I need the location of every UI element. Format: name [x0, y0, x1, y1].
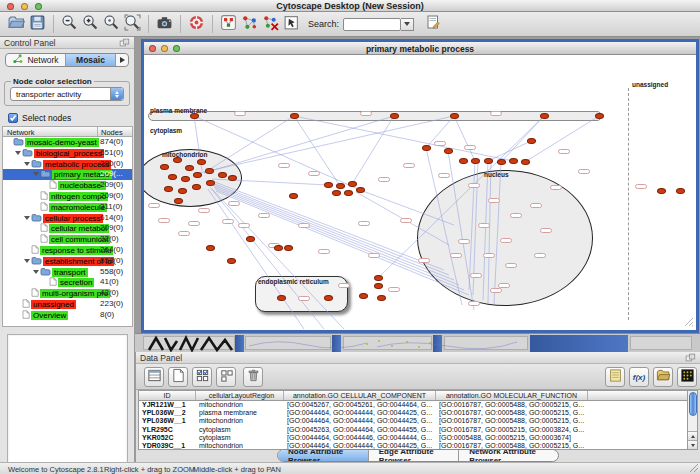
new-attribute-button[interactable]	[168, 367, 188, 387]
network-node[interactable]	[374, 283, 383, 289]
save-button[interactable]	[27, 14, 48, 35]
network-node[interactable]	[676, 188, 685, 194]
network-node[interactable]	[192, 184, 201, 190]
create-view-button[interactable]	[239, 14, 260, 35]
data-panel-header[interactable]: Data Panel	[136, 352, 700, 364]
network-node[interactable]	[497, 159, 506, 165]
column-header[interactable]: ID	[139, 391, 196, 400]
network-view-titlebar[interactable]: primary metabolic process	[144, 42, 696, 55]
network-node[interactable]	[228, 175, 237, 181]
tree-item-mosaic-demo-yeast[interactable]: mosaic-demo-yeast874(0)	[3, 137, 132, 148]
network-node[interactable]	[277, 295, 286, 301]
network-node[interactable]	[484, 158, 493, 164]
tree-item-nitrogen-compo[interactable]: nitrogen compo209(0)	[3, 191, 132, 202]
tab-edge-attribute-browser[interactable]: Edge Attribute Browser	[369, 450, 459, 461]
destroy-view-button[interactable]	[260, 14, 281, 35]
table-row[interactable]: YJR121W__1mitochondrion[GO:0045267, GO:0…	[139, 401, 688, 409]
search-config-button[interactable]	[422, 14, 443, 35]
snapshot-button[interactable]	[154, 14, 175, 35]
tree-item-unassigned[interactable]: unassigned223(0)	[3, 299, 132, 310]
tree-item-cell-communicat[interactable]: cell communicat22(0)	[3, 234, 132, 245]
table-row[interactable]: YPL036W__1mitochondrion[GO:0044464, GO:0…	[139, 417, 688, 425]
background-windows-strip[interactable]	[135, 333, 700, 352]
tab-network[interactable]: Network	[6, 54, 66, 66]
network-node[interactable]	[521, 159, 530, 165]
window-resize-grip[interactable]	[689, 463, 699, 473]
network-node[interactable]	[193, 172, 202, 178]
tree-item-macromolecule[interactable]: macromolecule311(0)	[3, 202, 132, 213]
attribute-table[interactable]: ID_cellularLayoutRegionannotation.GO CEL…	[138, 390, 689, 450]
search-input[interactable]	[343, 18, 401, 31]
tree-item-cellular-metabol[interactable]: cellular metabol209(0)	[3, 223, 132, 234]
expand-arrow-icon[interactable]	[24, 216, 30, 220]
network-node[interactable]	[178, 188, 187, 194]
network-node[interactable]	[540, 113, 549, 119]
network-node[interactable]	[218, 172, 227, 178]
tab-network-attribute-browser[interactable]: Network Attribute Browser	[459, 450, 558, 461]
table-scrollbar[interactable]	[687, 390, 698, 450]
network-node[interactable]	[227, 258, 236, 264]
column-header[interactable]: _cellularLayoutRegion	[196, 391, 284, 400]
annotation-button[interactable]	[281, 14, 302, 35]
birds-eye-view-panel[interactable]	[7, 334, 128, 464]
heatmap-button[interactable]	[677, 367, 697, 387]
tree-item-biological-process[interactable]: biological_process651(0)	[3, 148, 132, 159]
network-node[interactable]	[422, 145, 431, 151]
column-header[interactable]: annotation.GO CELLULAR_COMPONENT	[284, 391, 436, 400]
tab-node-attribute-browser[interactable]: Node Attribute Browser	[278, 450, 369, 461]
scroll-down-button[interactable]	[688, 440, 697, 449]
network-node[interactable]	[206, 245, 215, 251]
table-header-row[interactable]: ID_cellularLayoutRegionannotation.GO CEL…	[139, 391, 688, 401]
network-node[interactable]	[459, 158, 468, 164]
tree-item-primary-metabo[interactable]: primary metabo209(...	[3, 169, 132, 180]
scroll-up-button[interactable]	[688, 431, 697, 440]
network-node[interactable]	[450, 113, 459, 119]
unselect-attributes-button[interactable]	[216, 367, 236, 387]
attribute-columns-button[interactable]	[144, 367, 164, 387]
canvas-resize-grip[interactable]	[683, 316, 694, 327]
network-node[interactable]	[324, 295, 333, 301]
tree-item-transport[interactable]: transport558(0)	[3, 267, 132, 278]
network-node[interactable]	[527, 138, 536, 144]
table-row[interactable]: YLR295Ccytoplasm[GO:0045263, GO:0044464,…	[139, 426, 688, 434]
attribute-editor-button[interactable]	[605, 367, 625, 387]
network-node[interactable]	[390, 113, 399, 119]
network-node[interactable]	[332, 190, 341, 196]
network-node[interactable]	[246, 236, 255, 242]
network-node[interactable]	[336, 183, 345, 189]
network-node[interactable]	[444, 148, 453, 154]
open-button[interactable]	[6, 14, 27, 35]
table-row[interactable]: YPL036W__2plasma membrane[GO:0044464, GO…	[139, 409, 688, 417]
network-node[interactable]	[274, 245, 283, 251]
expand-arrow-icon[interactable]	[33, 172, 39, 176]
delete-attribute-button[interactable]	[243, 367, 263, 387]
tree-item-secretion[interactable]: secretion41(0)	[3, 277, 132, 288]
zoom-fit-button[interactable]	[122, 14, 143, 35]
expand-arrow-icon[interactable]	[15, 151, 21, 155]
search-dropdown-button[interactable]	[401, 18, 414, 31]
network-node[interactable]	[160, 164, 169, 170]
help-button[interactable]	[186, 14, 207, 35]
network-node[interactable]	[206, 180, 215, 186]
network-node[interactable]	[174, 198, 183, 204]
scrollbar-thumb[interactable]	[689, 392, 697, 416]
tree-item-multi-organism-pro[interactable]: multi-organism pro42(0)	[3, 288, 132, 299]
column-header[interactable]	[588, 391, 688, 400]
network-node[interactable]	[168, 174, 177, 180]
select-attributes-button[interactable]	[192, 367, 212, 387]
network-node[interactable]	[324, 182, 333, 188]
window-titlebar[interactable]: Cytoscape Desktop (New Session)	[0, 0, 700, 12]
network-node[interactable]	[164, 186, 173, 192]
network-node[interactable]	[377, 295, 386, 301]
expand-arrow-icon[interactable]	[33, 270, 39, 274]
network-node[interactable]	[509, 158, 518, 164]
tree-item-metabolic-process[interactable]: metabolic process280(0)	[3, 159, 132, 170]
network-canvas[interactable]: plasma membrane cytoplasm mitochondrion …	[144, 55, 696, 329]
import-attributes-button[interactable]	[653, 367, 673, 387]
zoom-selected-button[interactable]	[101, 14, 122, 35]
zoom-out-button[interactable]	[59, 14, 80, 35]
network-node[interactable]	[374, 275, 383, 281]
table-row[interactable]: YKR052Ccytoplasm[GO:0044464, GO:0044446,…	[139, 434, 688, 442]
tree-item-response-to-stimulu[interactable]: response to stimulu264(0)	[3, 245, 132, 256]
node-color-dropdown[interactable]: transporter activity	[10, 87, 124, 101]
